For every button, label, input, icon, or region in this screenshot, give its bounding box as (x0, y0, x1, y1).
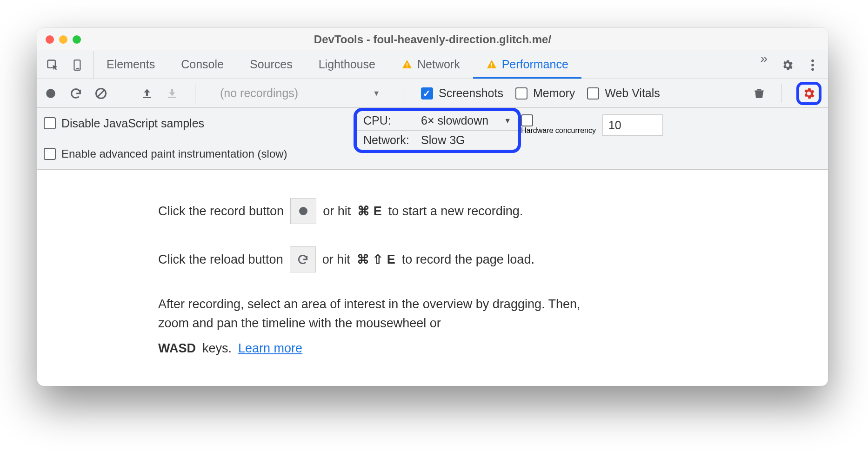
inspect-element-icon[interactable] (46, 58, 60, 72)
hint-text: to start a new recording. (388, 202, 523, 221)
shortcut-cmd-shift-e: ⌘ ⇧ E (357, 250, 395, 269)
record-button[interactable] (44, 86, 58, 100)
reload-record-button[interactable] (69, 86, 83, 100)
tab-lighthouse[interactable]: Lighthouse (306, 51, 388, 79)
svg-rect-3 (407, 63, 407, 66)
hardware-concurrency-checkbox[interactable]: Hardware concurrency (521, 114, 596, 135)
toolbar-divider (124, 84, 124, 103)
reload-button-inline[interactable] (290, 246, 316, 272)
chevron-down-icon: ▼ (373, 89, 380, 98)
traffic-lights (46, 35, 81, 44)
shortcut-cmd-e: ⌘ E (357, 202, 382, 221)
minimize-window-button[interactable] (59, 35, 67, 44)
tab-performance[interactable]: Performance (473, 51, 581, 79)
warning-icon (401, 59, 413, 70)
performance-landing: Click the record button or hit ⌘ E to st… (37, 170, 828, 386)
hint-text: or hit (323, 202, 351, 221)
save-profile-button[interactable] (165, 86, 179, 100)
recordings-dropdown[interactable]: (no recordings) ▼ (211, 86, 389, 100)
window-title: DevTools - foul-heavenly-direction.glitc… (37, 33, 828, 46)
learn-more-link[interactable]: Learn more (238, 339, 302, 358)
tab-console[interactable]: Console (168, 51, 237, 79)
svg-rect-13 (143, 97, 151, 98)
load-profile-button[interactable] (140, 86, 154, 100)
toolbar-divider (781, 84, 781, 103)
performance-toolbar: (no recordings) ▼ ✓Screenshots Memory We… (37, 79, 828, 108)
devtools-tabstrip: Elements Console Sources Lighthouse Netw… (37, 51, 828, 79)
cpu-throttle-dropdown[interactable]: CPU: 6× slowdown ▼ (357, 111, 518, 130)
advanced-paint-checkbox[interactable]: Enable advanced paint instrumentation (s… (44, 148, 287, 160)
screenshots-checkbox[interactable]: ✓Screenshots (421, 86, 503, 100)
hint-text: to record the page load. (402, 250, 534, 269)
svg-rect-5 (491, 63, 492, 66)
svg-line-12 (98, 90, 104, 97)
network-throttle-dropdown[interactable]: Network: Slow 3G (357, 130, 518, 150)
close-window-button[interactable] (46, 35, 54, 44)
devtools-window: DevTools - foul-heavenly-direction.glitc… (37, 28, 828, 386)
settings-gear-icon[interactable] (781, 58, 795, 72)
tab-network[interactable]: Network (388, 51, 473, 79)
throttling-highlight: CPU: 6× slowdown ▼ Network: Slow 3G (354, 108, 521, 153)
memory-checkbox[interactable]: Memory (515, 86, 575, 100)
capture-settings-highlight (796, 82, 821, 105)
hint-text: or hit (322, 250, 350, 269)
hardware-concurrency-input[interactable] (602, 114, 663, 136)
device-toolbar-icon[interactable] (71, 58, 85, 72)
hint-text: After recording, select an area of inter… (158, 295, 591, 332)
wasd-text: WASD (158, 339, 196, 358)
toolbar-divider (195, 84, 195, 103)
svg-point-8 (811, 64, 814, 66)
hint-text: Click the reload button (158, 250, 283, 269)
svg-point-7 (811, 59, 814, 62)
svg-point-17 (299, 207, 307, 215)
window-titlebar: DevTools - foul-heavenly-direction.glitc… (37, 28, 828, 51)
hint-text: keys. (202, 339, 232, 358)
svg-rect-15 (757, 89, 761, 90)
garbage-collect-button[interactable] (752, 86, 766, 100)
svg-rect-6 (491, 66, 492, 67)
record-button-inline[interactable] (290, 198, 316, 224)
clear-button[interactable] (94, 86, 108, 100)
tab-elements[interactable]: Elements (93, 51, 168, 79)
maximize-window-button[interactable] (73, 35, 81, 44)
chevron-down-icon: ▼ (504, 117, 511, 125)
svg-rect-4 (407, 66, 407, 67)
kebab-menu-icon[interactable] (806, 58, 820, 72)
capture-settings-button[interactable] (802, 86, 816, 100)
toolbar-divider (405, 84, 405, 103)
svg-point-9 (811, 68, 814, 71)
capture-settings-panel: Disable JavaScript samples Enable advanc… (37, 108, 828, 170)
tab-sources[interactable]: Sources (237, 51, 306, 79)
svg-point-10 (46, 89, 55, 98)
svg-rect-14 (168, 97, 176, 98)
hint-text: Click the record button (158, 202, 284, 221)
webvitals-checkbox[interactable]: Web Vitals (587, 86, 660, 100)
disable-js-samples-checkbox[interactable]: Disable JavaScript samples (44, 117, 204, 130)
warning-icon (486, 59, 497, 70)
svg-rect-16 (754, 90, 764, 91)
more-tabs-button[interactable]: » (755, 51, 772, 79)
